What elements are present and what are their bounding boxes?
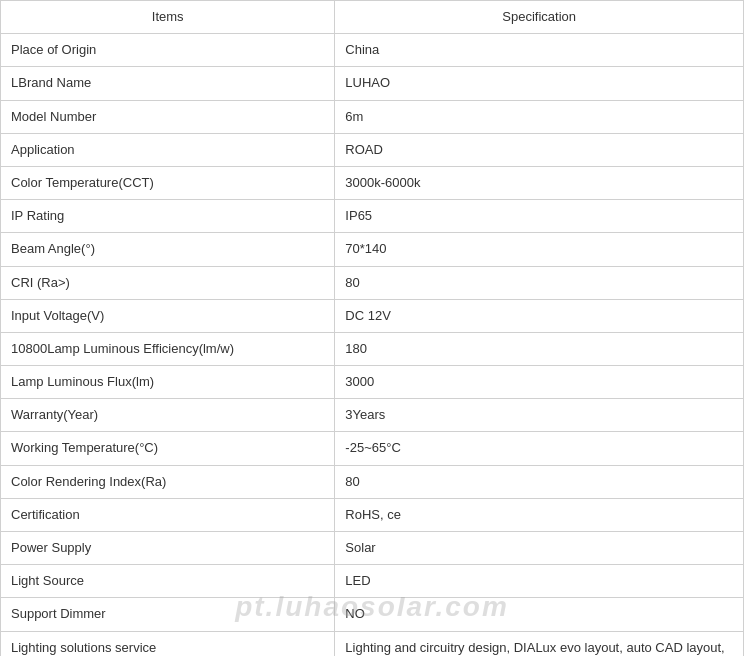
item-label: Model Number [1,100,335,133]
item-label: Color Rendering Index(Ra) [1,465,335,498]
item-spec: IP65 [335,200,744,233]
spec-table: Items Specification Place of OriginChina… [0,0,744,656]
item-label: Warranty(Year) [1,399,335,432]
item-label: Beam Angle(°) [1,233,335,266]
item-spec: China [335,34,744,67]
item-spec: Lighting and circuitry design, DIALux ev… [335,631,744,656]
table-row: LBrand NameLUHAO [1,67,744,100]
table-row: Warranty(Year)3Years [1,399,744,432]
item-label: 10800Lamp Luminous Efficiency(lm/w) [1,332,335,365]
item-label: Light Source [1,565,335,598]
item-spec: LUHAO [335,67,744,100]
table-row: Lighting solutions serviceLighting and c… [1,631,744,656]
table-row: Support DimmerNO [1,598,744,631]
item-label: LBrand Name [1,67,335,100]
table-row: CRI (Ra>)80 [1,266,744,299]
table-row: 10800Lamp Luminous Efficiency(lm/w)180 [1,332,744,365]
table-row: CertificationRoHS, ce [1,498,744,531]
table-row: Model Number6m [1,100,744,133]
table-row: Color Rendering Index(Ra)80 [1,465,744,498]
table-row: Color Temperature(CCT)3000k-6000k [1,166,744,199]
item-spec: ROAD [335,133,744,166]
table-row: Input Voltage(V)DC 12V [1,299,744,332]
item-label: Lamp Luminous Flux(lm) [1,366,335,399]
item-label: IP Rating [1,200,335,233]
item-spec: 80 [335,266,744,299]
item-label: Certification [1,498,335,531]
item-spec: Solar [335,532,744,565]
item-spec: -25~65°C [335,432,744,465]
item-spec: RoHS, ce [335,498,744,531]
item-spec: 80 [335,465,744,498]
item-spec: DC 12V [335,299,744,332]
item-label: Working Temperature(°C) [1,432,335,465]
item-label: Place of Origin [1,34,335,67]
item-spec: 6m [335,100,744,133]
item-label: Power Supply [1,532,335,565]
item-label: CRI (Ra>) [1,266,335,299]
table-row: Working Temperature(°C)-25~65°C [1,432,744,465]
header-spec: Specification [335,1,744,34]
item-label: Color Temperature(CCT) [1,166,335,199]
table-row: Beam Angle(°)70*140 [1,233,744,266]
table-row: Lamp Luminous Flux(lm)3000 [1,366,744,399]
table-row: Light SourceLED [1,565,744,598]
table-row: Power SupplySolar [1,532,744,565]
table-row: Place of OriginChina [1,34,744,67]
item-label: Application [1,133,335,166]
item-spec: 70*140 [335,233,744,266]
item-spec: NO [335,598,744,631]
item-spec: 3Years [335,399,744,432]
item-spec: 3000 [335,366,744,399]
table-row: IP RatingIP65 [1,200,744,233]
header-items: Items [1,1,335,34]
spec-table-wrapper: Items Specification Place of OriginChina… [0,0,744,656]
item-spec: 180 [335,332,744,365]
item-spec: 3000k-6000k [335,166,744,199]
item-label: Support Dimmer [1,598,335,631]
table-row: ApplicationROAD [1,133,744,166]
item-spec: LED [335,565,744,598]
item-label: Lighting solutions service [1,631,335,656]
item-label: Input Voltage(V) [1,299,335,332]
